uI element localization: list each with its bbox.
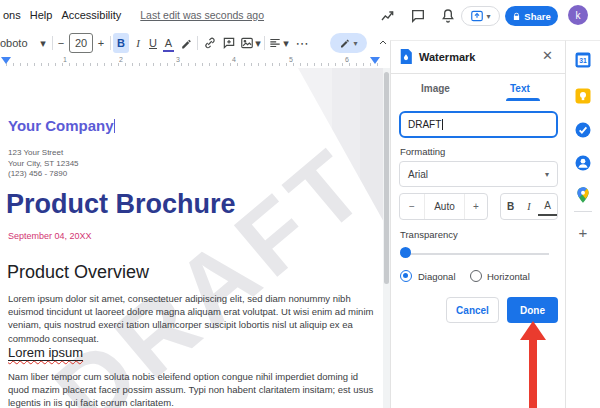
address-line: 123 Your Street xyxy=(8,148,79,159)
size-auto-button[interactable]: Auto xyxy=(424,194,464,219)
toolbar: oboto ▾ − 20 + B I U A ▾ ▾ ⋯ xyxy=(0,30,395,56)
transparency-label: Transparency xyxy=(400,229,458,240)
keep-notes-icon[interactable] xyxy=(574,87,592,105)
right-indent-marker[interactable] xyxy=(370,57,380,64)
size-increase-button[interactable]: + xyxy=(464,194,487,219)
italic-button[interactable]: I xyxy=(520,194,538,219)
left-indent-marker[interactable] xyxy=(1,57,11,64)
chevron-down-icon: ▾ xyxy=(486,12,490,21)
radio-horizontal[interactable] xyxy=(470,270,482,282)
size-control-group: − Auto + xyxy=(399,193,488,220)
present-box-icon xyxy=(470,9,484,23)
collapse-toolbar-icon[interactable] xyxy=(376,33,390,53)
radio-diagonal[interactable] xyxy=(400,270,412,282)
section-heading-overview: Product Overview xyxy=(7,262,149,283)
radio-diagonal-label[interactable]: Diagonal xyxy=(418,271,456,282)
activity-icon[interactable] xyxy=(380,8,398,24)
panel-title: Watermark xyxy=(419,51,475,63)
annotation-arrow-shaft xyxy=(529,338,537,408)
add-addon-button[interactable]: + xyxy=(574,223,592,241)
underline-button[interactable]: U xyxy=(146,33,160,53)
highlight-pen-icon[interactable] xyxy=(178,33,194,53)
bold-button[interactable]: B xyxy=(113,33,129,53)
active-tab-underline xyxy=(506,98,540,101)
tab-text[interactable]: Text xyxy=(510,83,530,94)
insert-image-chevron-icon[interactable]: ▾ xyxy=(253,33,263,53)
text-color-button[interactable]: A xyxy=(161,33,176,53)
panel-divider xyxy=(391,73,565,74)
close-icon[interactable]: ✕ xyxy=(542,48,553,63)
ruler-number: 2 xyxy=(119,56,123,63)
tasks-icon[interactable] xyxy=(574,121,592,139)
cancel-button[interactable]: Cancel xyxy=(446,297,499,323)
toolbar-divider xyxy=(264,36,265,50)
present-to-meeting-button[interactable]: ▾ xyxy=(461,6,500,26)
contacts-icon[interactable] xyxy=(574,154,592,172)
avatar[interactable]: k xyxy=(568,5,588,25)
side-rail: 31 + xyxy=(565,40,600,408)
address-line: Your City, ST 12345 xyxy=(8,159,79,170)
menu-item-partial[interactable]: ons xyxy=(3,9,21,21)
font-size-decrease-button[interactable]: − xyxy=(55,33,67,53)
transparency-slider-thumb[interactable] xyxy=(400,247,411,258)
font-family-value: oboto xyxy=(0,37,28,49)
more-options-button[interactable]: ⋯ xyxy=(293,33,311,53)
radio-horizontal-label[interactable]: Horizontal xyxy=(487,271,530,282)
chevron-down-icon: ▾ xyxy=(353,39,357,48)
font-select-value: Arial xyxy=(408,169,428,180)
paragraph-1: Lorem ipsum dolor sit amet, consectetuer… xyxy=(8,292,380,345)
calendar-icon[interactable]: 31 xyxy=(574,51,592,69)
notifications-bell-icon[interactable] xyxy=(440,8,458,24)
ruler-number: 5 xyxy=(289,56,293,63)
maps-icon[interactable] xyxy=(574,186,592,204)
size-decrease-button[interactable]: − xyxy=(400,194,424,219)
chevron-down-icon: ▾ xyxy=(545,170,549,179)
last-edit-link[interactable]: Last edit was seconds ago xyxy=(140,9,264,21)
section-heading-lorem: Lorem ipsum xyxy=(8,345,83,361)
add-comment-icon[interactable] xyxy=(220,33,237,53)
ruler-ticks xyxy=(0,63,382,66)
transparency-slider[interactable] xyxy=(400,253,549,255)
avatar-letter: k xyxy=(576,10,581,21)
formatting-label: Formatting xyxy=(400,146,445,157)
ruler-number: 1 xyxy=(63,56,67,63)
italic-button[interactable]: I xyxy=(131,33,145,53)
menu-item-help[interactable]: Help xyxy=(30,9,53,21)
input-cursor xyxy=(442,119,443,130)
watermark-input-value: DRAFT xyxy=(408,119,441,130)
document-page[interactable]: DRAFT Your Company 123 Your Street Your … xyxy=(0,68,390,408)
toolbar-divider xyxy=(110,36,111,50)
ruler-number: 4 xyxy=(232,56,236,63)
toolbar-divider xyxy=(197,36,198,50)
editing-mode-button[interactable]: ▾ xyxy=(330,33,367,53)
text-cursor xyxy=(114,119,115,133)
watermark-text-input[interactable]: DRAFT xyxy=(399,111,558,138)
insert-link-icon[interactable] xyxy=(201,33,218,53)
comment-history-icon[interactable] xyxy=(410,8,428,24)
share-label: Share xyxy=(524,11,550,22)
share-button[interactable]: Share xyxy=(505,6,558,26)
align-chevron-icon[interactable]: ▾ xyxy=(281,33,291,53)
document-scrollbar[interactable] xyxy=(383,68,390,408)
font-family-select[interactable]: oboto xyxy=(0,33,34,53)
font-size-input[interactable]: 20 xyxy=(69,33,93,53)
ruler[interactable]: 1 2 3 4 5 6 xyxy=(0,56,390,68)
scrollbar-thumb[interactable] xyxy=(384,72,389,284)
toolbar-divider xyxy=(52,36,53,50)
done-button[interactable]: Done xyxy=(507,297,558,323)
ruler-number: 3 xyxy=(176,56,180,63)
font-family-chevron-icon[interactable]: ▾ xyxy=(38,33,48,53)
lock-icon xyxy=(512,12,521,21)
menubar: ons Help Accessibility Last edit was sec… xyxy=(3,9,273,21)
paragraph-2: Nam liber tempor cum soluta nobis eleife… xyxy=(8,370,380,408)
text-color-letter: A xyxy=(165,37,172,49)
menu-item-accessibility[interactable]: Accessibility xyxy=(61,9,121,21)
tab-image[interactable]: Image xyxy=(421,83,450,94)
bold-button[interactable]: B xyxy=(501,194,520,219)
font-size-increase-button[interactable]: + xyxy=(95,33,107,53)
font-select[interactable]: Arial ▾ xyxy=(399,161,558,187)
ruler-number: 6 xyxy=(345,56,349,63)
text-color-button[interactable]: A xyxy=(538,197,557,216)
address-block: 123 Your Street Your City, ST 12345 (123… xyxy=(8,148,79,180)
app-header: ons Help Accessibility Last edit was sec… xyxy=(0,0,600,30)
